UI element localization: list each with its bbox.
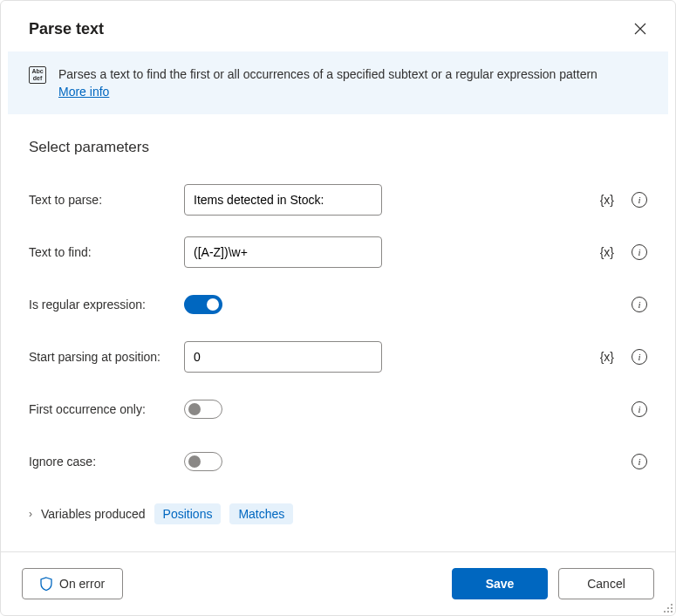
dialog-body: Select parameters Text to parse: {x} i T… [1, 114, 675, 551]
row-first-occurrence: First occurrence only: i [29, 383, 647, 435]
label-text-to-parse: Text to parse: [29, 193, 184, 207]
info-icon[interactable]: i [632, 244, 647, 260]
cancel-button[interactable]: Cancel [558, 568, 654, 599]
banner-text: Parses a text to find the first or all o… [58, 65, 597, 100]
info-icon[interactable]: i [632, 454, 647, 469]
save-button[interactable]: Save [452, 568, 548, 599]
dialog-header: Parse text [1, 1, 675, 51]
close-icon [634, 23, 646, 35]
label-is-regex: Is regular expression: [29, 298, 184, 311]
abc-def-icon: Abcdef [29, 66, 46, 84]
shield-icon [40, 577, 52, 591]
toggle-is-regex[interactable] [184, 295, 222, 314]
more-info-link[interactable]: More info [58, 85, 109, 99]
toggle-first-occurrence[interactable] [184, 400, 222, 419]
close-button[interactable] [626, 15, 654, 43]
section-title: Select parameters [29, 139, 647, 156]
info-icon[interactable]: i [632, 297, 647, 312]
row-ignore-case: Ignore case: i [29, 435, 647, 488]
banner-description: Parses a text to find the first or all o… [58, 67, 597, 81]
variable-token-button[interactable]: {x} [600, 245, 614, 259]
info-banner: Abcdef Parses a text to find the first o… [8, 51, 668, 114]
label-text-to-find: Text to find: [29, 245, 184, 259]
on-error-button[interactable]: On error [22, 568, 123, 599]
dialog-footer: On error Save Cancel [1, 551, 675, 615]
input-text-to-parse[interactable] [184, 184, 382, 216]
info-icon[interactable]: i [632, 192, 647, 208]
variable-token-button[interactable]: {x} [600, 350, 614, 364]
variable-chip-matches[interactable]: Matches [229, 503, 293, 524]
variables-produced-label[interactable]: Variables produced [41, 507, 146, 521]
variable-token-button[interactable]: {x} [600, 193, 614, 207]
parse-text-dialog: Parse text Abcdef Parses a text to find … [0, 0, 676, 616]
toggle-ignore-case[interactable] [184, 452, 222, 471]
row-is-regex: Is regular expression: i [29, 278, 647, 331]
variables-produced-row: › Variables produced Positions Matches [29, 503, 647, 524]
chevron-right-icon[interactable]: › [29, 508, 32, 520]
row-text-to-find: Text to find: {x} i [29, 226, 647, 278]
variable-chip-positions[interactable]: Positions [154, 503, 222, 524]
input-start-position[interactable] [184, 341, 382, 373]
on-error-label: On error [59, 577, 105, 591]
label-first-occurrence: First occurrence only: [29, 402, 184, 416]
row-start-position: Start parsing at position: {x} i [29, 331, 647, 383]
row-text-to-parse: Text to parse: {x} i [29, 174, 647, 226]
dialog-title: Parse text [29, 20, 104, 38]
input-text-to-find[interactable] [184, 236, 382, 268]
label-start-position: Start parsing at position: [29, 350, 184, 364]
info-icon[interactable]: i [632, 401, 647, 417]
label-ignore-case: Ignore case: [29, 455, 184, 469]
info-icon[interactable]: i [632, 349, 647, 365]
